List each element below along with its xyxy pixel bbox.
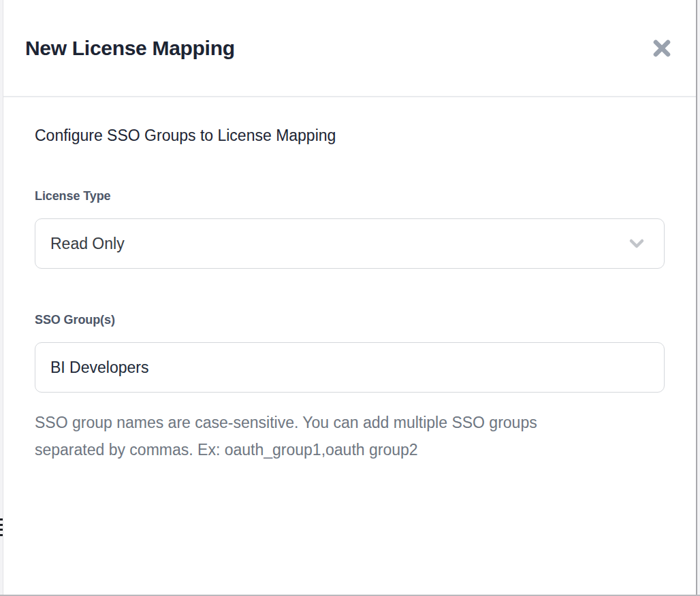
sso-groups-help-line-2: separated by commas. Ex: oauth_group1,oa… [35, 436, 665, 463]
chevron-down-icon [627, 234, 646, 253]
close-icon [652, 38, 672, 59]
sso-groups-help-line-1: SSO group names are case-sensitive. You … [35, 409, 665, 436]
close-button[interactable] [650, 36, 674, 61]
modal-subtitle: Configure SSO Groups to License Mapping [35, 126, 665, 145]
license-type-selected-value: Read Only [50, 235, 125, 253]
sso-groups-field: SSO Group(s) SSO group names are case-se… [35, 312, 665, 463]
license-type-select[interactable]: Read Only [35, 218, 665, 269]
new-license-mapping-modal: New License Mapping Configure SSO Groups… [3, 0, 697, 595]
sso-groups-label: SSO Group(s) [35, 312, 665, 327]
sso-groups-input[interactable] [35, 342, 665, 393]
license-type-field: License Type Read Only [35, 188, 665, 269]
license-type-label: License Type [35, 188, 665, 203]
modal-header: New License Mapping [3, 0, 696, 97]
modal-title: New License Mapping [25, 37, 235, 60]
modal-body: Configure SSO Groups to License Mapping … [3, 97, 696, 463]
sso-groups-help-text: SSO group names are case-sensitive. You … [35, 409, 665, 463]
